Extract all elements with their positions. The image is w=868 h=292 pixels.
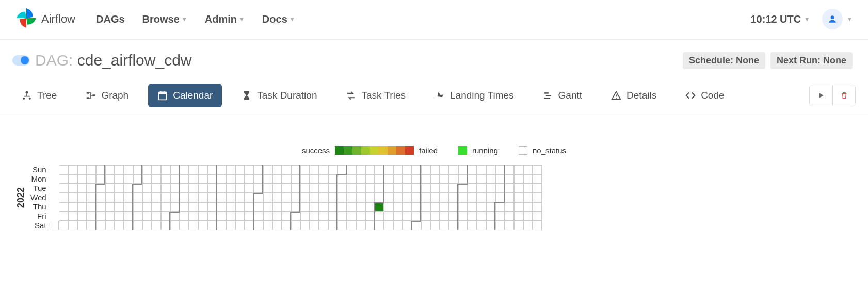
calendar-day[interactable] bbox=[533, 212, 542, 221]
calendar-day[interactable] bbox=[449, 174, 458, 184]
calendar-day[interactable] bbox=[337, 221, 347, 230]
calendar-day[interactable] bbox=[217, 202, 226, 212]
tab-tree[interactable]: Tree bbox=[12, 84, 66, 107]
calendar-day[interactable] bbox=[189, 212, 198, 221]
calendar-day[interactable] bbox=[356, 202, 365, 212]
calendar-day[interactable] bbox=[356, 212, 365, 221]
calendar-day[interactable] bbox=[161, 174, 170, 184]
calendar-day[interactable] bbox=[412, 193, 421, 202]
calendar-day[interactable] bbox=[393, 184, 403, 193]
tab-calendar[interactable]: Calendar bbox=[148, 84, 222, 107]
calendar-day[interactable] bbox=[235, 165, 245, 174]
calendar-day[interactable] bbox=[533, 174, 542, 184]
calendar-day[interactable] bbox=[226, 193, 235, 202]
calendar-day[interactable] bbox=[217, 184, 226, 193]
calendar-day[interactable] bbox=[207, 174, 217, 184]
calendar-day[interactable] bbox=[347, 193, 356, 202]
calendar-day[interactable] bbox=[430, 212, 440, 221]
calendar-day[interactable] bbox=[68, 184, 77, 193]
calendar-day[interactable] bbox=[291, 184, 300, 193]
calendar-day[interactable] bbox=[189, 184, 198, 193]
calendar-day[interactable] bbox=[365, 202, 375, 212]
calendar-day[interactable] bbox=[272, 184, 282, 193]
calendar-day[interactable] bbox=[421, 174, 430, 184]
calendar-day[interactable] bbox=[430, 165, 440, 174]
calendar-day[interactable] bbox=[477, 174, 486, 184]
calendar-day[interactable] bbox=[124, 193, 133, 202]
user-menu[interactable]: ▼ bbox=[822, 9, 853, 29]
calendar-day[interactable] bbox=[245, 184, 254, 193]
calendar-day[interactable] bbox=[403, 165, 412, 174]
calendar-day[interactable] bbox=[495, 212, 505, 221]
calendar-day[interactable] bbox=[207, 202, 217, 212]
calendar-day[interactable] bbox=[152, 202, 161, 212]
calendar-day[interactable] bbox=[440, 174, 449, 184]
calendar-day[interactable] bbox=[124, 221, 133, 230]
calendar-day[interactable] bbox=[235, 193, 245, 202]
calendar-day[interactable] bbox=[142, 221, 152, 230]
calendar-day[interactable] bbox=[523, 184, 533, 193]
calendar-day[interactable] bbox=[235, 174, 245, 184]
calendar-day[interactable] bbox=[291, 174, 300, 184]
calendar-day[interactable] bbox=[291, 221, 300, 230]
calendar-day[interactable] bbox=[440, 212, 449, 221]
calendar-day[interactable] bbox=[523, 165, 533, 174]
nav-admin[interactable]: Admin ▼ bbox=[205, 13, 245, 25]
calendar-day[interactable] bbox=[152, 212, 161, 221]
calendar-day[interactable] bbox=[142, 193, 152, 202]
calendar-day[interactable] bbox=[198, 221, 207, 230]
calendar-day[interactable] bbox=[523, 202, 533, 212]
calendar-day[interactable] bbox=[263, 184, 272, 193]
calendar-day[interactable] bbox=[514, 212, 523, 221]
calendar-day[interactable] bbox=[96, 184, 105, 193]
dag-enable-toggle[interactable] bbox=[12, 55, 30, 66]
calendar-day[interactable] bbox=[170, 184, 180, 193]
calendar-day[interactable] bbox=[365, 174, 375, 184]
calendar-day[interactable] bbox=[152, 174, 161, 184]
calendar-day[interactable] bbox=[505, 184, 514, 193]
calendar-day[interactable] bbox=[477, 184, 486, 193]
calendar-day[interactable] bbox=[337, 174, 347, 184]
tab-code[interactable]: Code bbox=[676, 84, 733, 107]
calendar-day[interactable] bbox=[328, 202, 337, 212]
calendar-day[interactable] bbox=[263, 193, 272, 202]
calendar-day[interactable] bbox=[356, 221, 365, 230]
calendar-day[interactable] bbox=[328, 184, 337, 193]
calendar-day[interactable] bbox=[328, 221, 337, 230]
calendar-day[interactable] bbox=[384, 184, 393, 193]
calendar-day[interactable] bbox=[124, 212, 133, 221]
nav-dags[interactable]: DAGs bbox=[96, 13, 125, 25]
calendar-day[interactable] bbox=[254, 221, 263, 230]
calendar-day[interactable] bbox=[384, 212, 393, 221]
calendar-day[interactable] bbox=[477, 193, 486, 202]
calendar-day[interactable] bbox=[152, 184, 161, 193]
calendar-day[interactable] bbox=[87, 165, 96, 174]
calendar-day[interactable] bbox=[272, 221, 282, 230]
calendar-day[interactable] bbox=[282, 202, 291, 212]
calendar-day[interactable] bbox=[440, 165, 449, 174]
calendar-day[interactable] bbox=[412, 221, 421, 230]
calendar-day[interactable] bbox=[495, 193, 505, 202]
calendar-day[interactable] bbox=[291, 212, 300, 221]
calendar-day[interactable] bbox=[68, 221, 77, 230]
calendar-day[interactable] bbox=[310, 184, 319, 193]
calendar-day[interactable] bbox=[337, 193, 347, 202]
calendar-day[interactable] bbox=[115, 212, 124, 221]
calendar-day[interactable] bbox=[403, 212, 412, 221]
calendar-day[interactable] bbox=[310, 202, 319, 212]
calendar-day[interactable] bbox=[133, 193, 142, 202]
calendar-day[interactable] bbox=[77, 165, 87, 174]
calendar-day[interactable] bbox=[495, 165, 505, 174]
calendar-day[interactable] bbox=[319, 221, 328, 230]
calendar-day[interactable] bbox=[440, 184, 449, 193]
calendar-day[interactable] bbox=[393, 202, 403, 212]
calendar-day[interactable] bbox=[458, 193, 468, 202]
calendar-day[interactable] bbox=[319, 202, 328, 212]
calendar-day[interactable] bbox=[514, 184, 523, 193]
calendar-day[interactable] bbox=[245, 165, 254, 174]
calendar-day[interactable] bbox=[440, 221, 449, 230]
calendar-day[interactable] bbox=[486, 193, 495, 202]
calendar-day[interactable] bbox=[430, 174, 440, 184]
calendar-day[interactable] bbox=[533, 221, 542, 230]
calendar-day[interactable] bbox=[254, 193, 263, 202]
